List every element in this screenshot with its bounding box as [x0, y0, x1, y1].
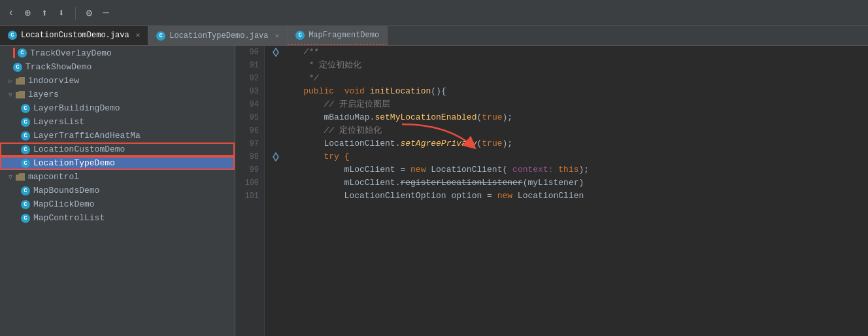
folder-icon — [16, 173, 25, 181]
class-icon: C — [21, 186, 30, 195]
sidebar-item-label: indoorview — [28, 76, 79, 86]
sidebar-item-layers[interactable]: ▽ layers — [0, 88, 235, 101]
toolbar: ‹ ⊕ ⬆ ⬇ ⚙ — — [0, 0, 868, 26]
line-num-92: 92 — [241, 72, 259, 85]
line-num-101: 101 — [241, 190, 259, 203]
tab-class-icon: C — [295, 31, 305, 40]
sidebar-item-label: TrackShowDemo — [25, 62, 92, 72]
divider — [75, 7, 76, 20]
sidebar-item-map-control-list[interactable]: C MapControlList — [0, 211, 235, 225]
code-line-90: /** — [271, 46, 868, 59]
class-icon: C — [21, 104, 30, 113]
class-icon: C — [21, 200, 30, 209]
align-top-icon[interactable]: ⬆ — [39, 4, 50, 22]
minimize-icon[interactable]: — — [100, 5, 112, 22]
sidebar-item-label: MapControlList — [33, 213, 105, 223]
class-icon: C — [18, 48, 27, 58]
sidebar-item-label: layers — [28, 90, 59, 99]
code-line-98: try { — [271, 150, 868, 163]
line-num-96: 96 — [241, 124, 259, 137]
gutter-icon-91 — [271, 59, 280, 72]
chevron-left-icon[interactable]: ‹ — [5, 5, 17, 22]
code-line-97: LocationClient.setAgreePrivacy(true); — [271, 137, 868, 150]
code-line-95: mBaiduMap.setMyLocationEnabled(true); — [271, 111, 868, 124]
sidebar-item-location-custom-demo[interactable]: C LocationCustomDemo — [0, 143, 235, 156]
code-line-91: * 定位初始化 — [271, 59, 868, 72]
sidebar-item-layer-traffic-and-heat[interactable]: C LayerTrafficAndHeatMa — [0, 129, 235, 143]
gutter-icon-99 — [271, 163, 280, 176]
code-line-94: // 开启定位图层 — [271, 98, 868, 111]
line-num-95: 95 — [241, 111, 259, 124]
code-line-101: LocationClientOption option = new Locati… — [271, 190, 868, 203]
code-text-97: LocationClient.setAgreePrivacy(true); — [280, 137, 512, 150]
line-num-100: 100 — [241, 176, 259, 190]
tab-close-button[interactable]: ✕ — [136, 31, 141, 39]
sidebar-item-label: mapcontrol — [28, 172, 79, 182]
tab-class-icon: C — [8, 31, 17, 40]
sidebar-item-label: TrackOverlayDemo — [30, 48, 112, 58]
settings-icon[interactable]: ⚙ — [84, 4, 95, 22]
tree-arrow: ▽ — [5, 173, 16, 181]
class-icon: C — [21, 214, 30, 223]
folder-icon — [16, 77, 25, 85]
gutter-icon-92 — [271, 72, 280, 85]
class-icon: C — [13, 63, 22, 72]
sidebar-item-layers-list[interactable]: C LayersList — [0, 115, 235, 129]
tree-arrow: ▽ — [5, 91, 16, 99]
code-text-99: mLocClient = new LocationClient( context… — [280, 163, 589, 176]
class-icon: C — [21, 159, 30, 168]
sidebar-item-label: LayersList — [33, 117, 84, 127]
line-num-98: 98 — [241, 150, 259, 163]
line-num-90: 90 — [241, 46, 259, 59]
align-bottom-icon[interactable]: ⬇ — [56, 4, 67, 22]
sidebar-item-label: MapBoundsDemo — [33, 186, 99, 195]
svg-marker-1 — [273, 153, 278, 161]
code-text-92: */ — [280, 72, 319, 85]
sidebar-item-label: LocationTypeDemo — [33, 158, 115, 168]
sidebar: C TrackOverlayDemo C TrackShowDemo ▷ ind… — [0, 46, 235, 336]
line-num-97: 97 — [241, 137, 259, 150]
tab-label: MapFragmentDemo — [309, 31, 379, 40]
sidebar-item-map-click-demo[interactable]: C MapClickDemo — [0, 197, 235, 211]
gutter-icon-98 — [271, 150, 280, 163]
tab-close-button[interactable]: ✕ — [275, 31, 280, 40]
sidebar-item-indoorview[interactable]: ▷ indoorview — [0, 74, 235, 88]
red-indicator — [13, 48, 15, 58]
sidebar-item-layer-building-demo[interactable]: C LayerBuildingDemo — [0, 101, 235, 115]
class-icon: C — [21, 131, 30, 141]
code-container: 90 91 92 93 94 95 96 97 98 99 100 101 — [235, 46, 868, 336]
code-text-96: // 定位初始化 — [280, 124, 382, 137]
tab-map-fragment-demo[interactable]: C MapFragmentDemo — [288, 26, 388, 45]
gutter-icon-93 — [271, 85, 280, 98]
gutter-icon-90 — [271, 46, 280, 59]
svg-marker-0 — [273, 48, 278, 56]
class-icon: C — [21, 145, 30, 154]
sidebar-item-track-show-demo[interactable]: C TrackShowDemo — [0, 60, 235, 74]
gutter-icon-94 — [271, 98, 280, 111]
tab-class-icon: C — [156, 31, 165, 41]
tab-label: LocationCustomDemo.java — [21, 31, 129, 40]
tab-location-type-demo[interactable]: C LocationTypeDemo.java ✕ — [148, 26, 288, 45]
code-text-94: // 开启定位图层 — [280, 98, 390, 111]
folder-icon — [16, 91, 25, 99]
sidebar-item-track-overlay-demo[interactable]: C TrackOverlayDemo — [0, 46, 235, 60]
code-editor[interactable]: 90 91 92 93 94 95 96 97 98 99 100 101 — [235, 46, 868, 336]
sidebar-item-mapcontrol[interactable]: ▽ mapcontrol — [0, 170, 235, 184]
sidebar-item-label: LayerBuildingDemo — [33, 103, 120, 113]
line-numbers: 90 91 92 93 94 95 96 97 98 99 100 101 — [235, 46, 265, 336]
code-area: /** * 定位初始化 */ public void initLocation(… — [265, 46, 868, 336]
sidebar-item-location-type-demo[interactable]: C LocationTypeDemo — [0, 156, 235, 170]
main-content: C TrackOverlayDemo C TrackShowDemo ▷ ind… — [0, 46, 868, 336]
code-line-92: */ — [271, 72, 868, 85]
line-num-93: 93 — [241, 85, 259, 98]
tree-arrow: ▷ — [5, 77, 16, 85]
tab-location-custom-demo[interactable]: C LocationCustomDemo.java ✕ — [0, 26, 148, 45]
code-text-90: /** — [280, 46, 319, 59]
code-text-101: LocationClientOption option = new Locati… — [280, 190, 584, 203]
code-line-99: mLocClient = new LocationClient( context… — [271, 163, 868, 176]
code-text-100: mLocClient.registerLocationListener(myLi… — [280, 176, 584, 190]
gutter-icon-100 — [271, 176, 280, 190]
sidebar-item-map-bounds-demo[interactable]: C MapBoundsDemo — [0, 184, 235, 197]
code-text-91: * 定位初始化 — [280, 59, 361, 72]
add-icon[interactable]: ⊕ — [22, 4, 34, 22]
